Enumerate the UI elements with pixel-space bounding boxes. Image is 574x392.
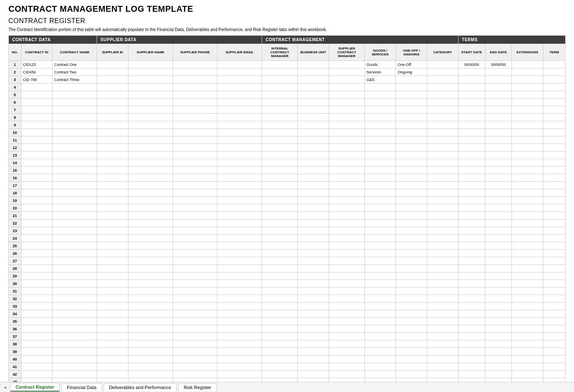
cell-bu[interactable] xyxy=(298,363,329,371)
cell-sid[interactable] xyxy=(97,182,128,189)
table-row[interactable]: 40 xyxy=(9,355,566,363)
cell-edate[interactable] xyxy=(485,144,512,152)
cell-ext[interactable] xyxy=(512,280,543,287)
cell-ext[interactable] xyxy=(512,257,543,265)
cell-term[interactable] xyxy=(543,257,565,265)
cell-oo[interactable] xyxy=(396,227,427,235)
cell-term[interactable] xyxy=(543,212,565,220)
cell-cname[interactable] xyxy=(52,84,97,91)
cell-ext[interactable] xyxy=(512,348,543,355)
cell-sphone[interactable] xyxy=(173,340,217,348)
cell-sname[interactable] xyxy=(128,99,173,106)
cell-oo[interactable] xyxy=(396,197,427,204)
cell-sid[interactable] xyxy=(97,76,128,84)
cell-sphone[interactable] xyxy=(173,287,217,295)
cell-ext[interactable] xyxy=(512,197,543,204)
cell-cname[interactable] xyxy=(52,136,97,144)
cell-cid[interactable] xyxy=(21,84,52,91)
cell-sphone[interactable] xyxy=(173,182,217,189)
cell-term[interactable] xyxy=(543,265,565,272)
cell-oo[interactable]: One-Off xyxy=(396,61,427,68)
cell-sdate[interactable] xyxy=(458,355,485,363)
cell-gs[interactable] xyxy=(364,84,396,91)
cell-cat[interactable] xyxy=(427,114,458,121)
cell-cid[interactable] xyxy=(21,257,52,265)
cell-gs[interactable] xyxy=(364,340,396,348)
table-row[interactable]: 12 xyxy=(9,144,566,152)
cell-cid[interactable] xyxy=(21,310,52,318)
cell-semail[interactable] xyxy=(218,220,262,227)
table-row[interactable]: 30 xyxy=(9,280,566,287)
cell-scm[interactable] xyxy=(329,129,364,136)
cell-gs[interactable] xyxy=(364,159,396,167)
cell-sname[interactable] xyxy=(128,114,173,121)
cell-term[interactable] xyxy=(543,106,565,114)
cell-sphone[interactable] xyxy=(173,114,217,121)
cell-oo[interactable] xyxy=(396,333,427,340)
cell-cid[interactable] xyxy=(21,189,52,197)
cell-sname[interactable] xyxy=(128,84,173,91)
cell-sid[interactable] xyxy=(97,348,128,355)
cell-cname[interactable] xyxy=(52,129,97,136)
cell-sdate[interactable] xyxy=(458,182,485,189)
cell-icm[interactable] xyxy=(262,272,298,280)
cell-sdate[interactable] xyxy=(458,227,485,235)
cell-ext[interactable] xyxy=(512,136,543,144)
cell-cat[interactable] xyxy=(427,76,458,84)
cell-cat[interactable] xyxy=(427,167,458,174)
cell-semail[interactable] xyxy=(218,189,262,197)
cell-icm[interactable] xyxy=(262,348,298,355)
tab-financial-data[interactable]: Financial Data xyxy=(61,383,102,391)
cell-semail[interactable] xyxy=(218,197,262,204)
cell-cname[interactable] xyxy=(52,144,97,152)
cell-ext[interactable] xyxy=(512,220,543,227)
cell-edate[interactable] xyxy=(485,280,512,287)
cell-bu[interactable] xyxy=(298,325,329,333)
cell-gs[interactable] xyxy=(364,303,396,310)
cell-ext[interactable] xyxy=(512,212,543,220)
cell-icm[interactable] xyxy=(262,114,298,121)
cell-scm[interactable] xyxy=(329,325,364,333)
cell-scm[interactable] xyxy=(329,99,364,106)
cell-icm[interactable] xyxy=(262,106,298,114)
table-row[interactable]: 4 xyxy=(9,84,566,91)
cell-ext[interactable] xyxy=(512,129,543,136)
cell-semail[interactable] xyxy=(218,363,262,371)
cell-edate[interactable] xyxy=(485,220,512,227)
cell-gs[interactable] xyxy=(364,333,396,340)
cell-sname[interactable] xyxy=(128,295,173,303)
cell-icm[interactable] xyxy=(262,174,298,182)
cell-gs[interactable] xyxy=(364,318,396,325)
cell-oo[interactable] xyxy=(396,242,427,250)
cell-term[interactable] xyxy=(543,204,565,212)
cell-sname[interactable] xyxy=(128,174,173,182)
cell-sname[interactable] xyxy=(128,272,173,280)
cell-icm[interactable] xyxy=(262,242,298,250)
cell-semail[interactable] xyxy=(218,121,262,129)
cell-scm[interactable] xyxy=(329,272,364,280)
cell-gs[interactable] xyxy=(364,136,396,144)
cell-semail[interactable] xyxy=(218,355,262,363)
cell-sname[interactable] xyxy=(128,91,173,99)
cell-sname[interactable] xyxy=(128,325,173,333)
cell-cid[interactable] xyxy=(21,363,52,371)
cell-sdate[interactable] xyxy=(458,136,485,144)
cell-cname[interactable] xyxy=(52,265,97,272)
cell-cat[interactable] xyxy=(427,295,458,303)
cell-semail[interactable] xyxy=(218,310,262,318)
cell-sdate[interactable] xyxy=(458,280,485,287)
cell-sname[interactable] xyxy=(128,250,173,257)
cell-oo[interactable] xyxy=(396,272,427,280)
cell-ext[interactable] xyxy=(512,340,543,348)
cell-sid[interactable] xyxy=(97,287,128,295)
cell-edate[interactable] xyxy=(485,363,512,371)
cell-cid[interactable] xyxy=(21,114,52,121)
tab-deliverables[interactable]: Deliverables and Performance xyxy=(104,383,177,391)
cell-sphone[interactable] xyxy=(173,257,217,265)
cell-scm[interactable] xyxy=(329,106,364,114)
cell-sdate[interactable] xyxy=(458,212,485,220)
cell-bu[interactable] xyxy=(298,99,329,106)
cell-edate[interactable] xyxy=(485,295,512,303)
cell-scm[interactable] xyxy=(329,159,364,167)
cell-sname[interactable] xyxy=(128,159,173,167)
